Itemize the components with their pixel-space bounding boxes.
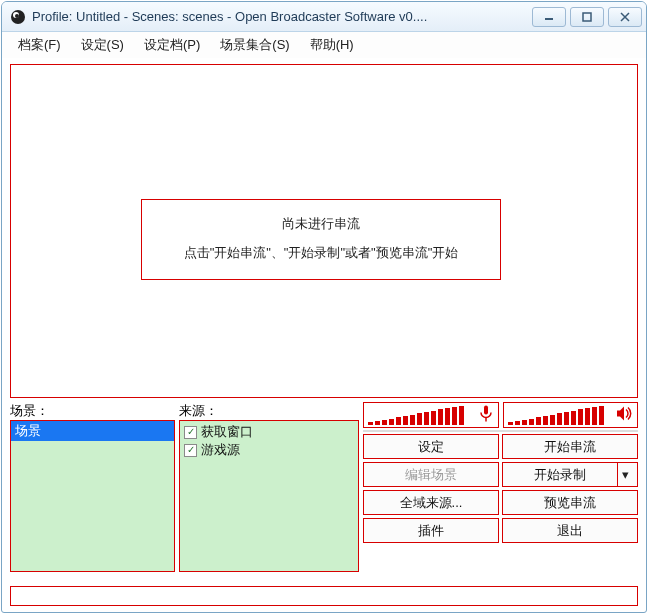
app-icon — [10, 9, 26, 25]
client-area: 尚未进行串流 点击"开始串流"、"开始录制"或者"预览串流"开始 场景： 场景 … — [2, 58, 646, 582]
meter-bar — [571, 411, 576, 425]
audio-meters — [363, 402, 638, 428]
window-buttons — [532, 7, 642, 27]
meter-bar — [396, 417, 401, 425]
meter-bar — [403, 416, 408, 425]
sources-label: 来源： — [179, 402, 359, 420]
svg-rect-3 — [545, 18, 553, 20]
meter-bar — [508, 422, 513, 425]
menu-settings[interactable]: 设定(S) — [71, 32, 134, 58]
meter-bar — [550, 415, 555, 425]
meter-bar — [375, 421, 380, 425]
preview-line1: 尚未进行串流 — [150, 210, 492, 239]
plugins-button[interactable]: 插件 — [363, 518, 499, 543]
source-item-label: 游戏源 — [201, 441, 240, 459]
start-record-button[interactable]: 开始录制 ▾ — [502, 462, 638, 487]
scenes-list[interactable]: 场景 — [10, 420, 175, 572]
preview-message: 尚未进行串流 点击"开始串流"、"开始录制"或者"预览串流"开始 — [141, 199, 501, 280]
exit-button[interactable]: 退出 — [502, 518, 638, 543]
start-stream-button[interactable]: 开始串流 — [502, 434, 638, 459]
meter-bar — [536, 417, 541, 425]
preview-stream-button[interactable]: 预览串流 — [502, 490, 638, 515]
meter-bar — [417, 413, 422, 425]
source-item-label: 获取窗口 — [201, 423, 253, 441]
svg-rect-4 — [583, 13, 591, 21]
bottom-panels: 场景： 场景 来源： ✓ 获取窗口 ✓ 游戏源 — [10, 402, 638, 572]
menubar: 档案(F) 设定(S) 设定档(P) 场景集合(S) 帮助(H) — [2, 32, 646, 58]
meter-bar — [585, 408, 590, 425]
meter-bar — [368, 422, 373, 425]
window-title: Profile: Untitled - Scenes: scenes - Ope… — [32, 9, 532, 24]
checkbox-icon[interactable]: ✓ — [184, 426, 197, 439]
menu-file[interactable]: 档案(F) — [8, 32, 71, 58]
meter-bar — [445, 408, 450, 425]
mic-icon — [478, 405, 494, 426]
menu-sceneset[interactable]: 场景集合(S) — [210, 32, 299, 58]
checkbox-icon[interactable]: ✓ — [184, 444, 197, 457]
start-record-label: 开始录制 — [534, 466, 586, 484]
controls-panel: 设定 开始串流 编辑场景 开始录制 ▾ 全域来源... 预览串流 插件 退出 — [363, 402, 638, 572]
meter-bar — [557, 413, 562, 425]
meter-bar — [529, 419, 534, 426]
meter-bar — [522, 420, 527, 425]
meter-bar — [592, 407, 597, 425]
speaker-meter[interactable] — [503, 402, 639, 428]
menu-help[interactable]: 帮助(H) — [300, 32, 364, 58]
meter-bar — [578, 409, 583, 425]
meter-bar — [452, 407, 457, 425]
status-bar — [10, 586, 638, 606]
maximize-button[interactable] — [570, 7, 604, 27]
mic-meter[interactable] — [363, 402, 499, 428]
preview-line2: 点击"开始串流"、"开始录制"或者"预览串流"开始 — [150, 239, 492, 268]
meter-bar — [389, 419, 394, 426]
source-item[interactable]: ✓ 游戏源 — [184, 441, 354, 459]
source-item[interactable]: ✓ 获取窗口 — [184, 423, 354, 441]
meter-bar — [424, 412, 429, 425]
sources-panel: 来源： ✓ 获取窗口 ✓ 游戏源 — [179, 402, 359, 572]
menu-profile[interactable]: 设定档(P) — [134, 32, 210, 58]
svg-point-2 — [15, 14, 19, 18]
sources-list[interactable]: ✓ 获取窗口 ✓ 游戏源 — [179, 420, 359, 572]
meter-bar — [459, 406, 464, 426]
preview-area[interactable]: 尚未进行串流 点击"开始串流"、"开始录制"或者"预览串流"开始 — [10, 64, 638, 398]
meter-bar — [564, 412, 569, 425]
titlebar[interactable]: Profile: Untitled - Scenes: scenes - Ope… — [2, 2, 646, 32]
meter-bar — [599, 406, 604, 426]
scenes-panel: 场景： 场景 — [10, 402, 175, 572]
meter-bar — [431, 411, 436, 425]
chevron-down-icon[interactable]: ▾ — [617, 463, 633, 486]
meter-bar — [382, 420, 387, 425]
close-button[interactable] — [608, 7, 642, 27]
app-window: Profile: Untitled - Scenes: scenes - Ope… — [1, 1, 647, 613]
divider — [363, 430, 638, 432]
meter-bar — [515, 421, 520, 425]
settings-button[interactable]: 设定 — [363, 434, 499, 459]
minimize-button[interactable] — [532, 7, 566, 27]
meter-bar — [543, 416, 548, 425]
svg-rect-5 — [484, 406, 488, 415]
meter-bar — [438, 409, 443, 425]
buttons-grid: 设定 开始串流 编辑场景 开始录制 ▾ 全域来源... 预览串流 插件 退出 — [363, 434, 638, 543]
edit-scene-button[interactable]: 编辑场景 — [363, 462, 499, 487]
meter-bar — [410, 415, 415, 425]
global-sources-button[interactable]: 全域来源... — [363, 490, 499, 515]
scene-item[interactable]: 场景 — [11, 421, 174, 441]
scenes-label: 场景： — [10, 402, 175, 420]
speaker-icon — [615, 405, 633, 426]
